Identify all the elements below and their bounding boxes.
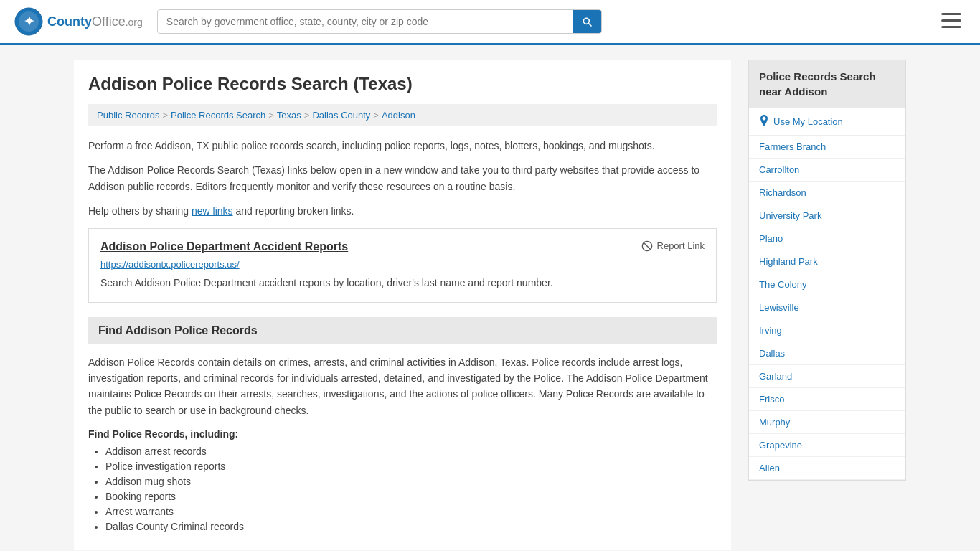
description-3: Help others by sharing new links and rep… [88, 203, 717, 219]
breadcrumb-police-records-search[interactable]: Police Records Search [171, 110, 265, 121]
svg-rect-3 [941, 13, 961, 15]
search-bar [157, 9, 602, 34]
report-icon [641, 240, 653, 252]
breadcrumb-sep-3: > [304, 110, 310, 121]
logo-icon: ✦ [14, 7, 43, 36]
description-3-post: and reporting broken links. [233, 205, 354, 217]
sidebar-link[interactable]: Farmers Branch [749, 136, 905, 159]
list-item: Booking reports [105, 491, 717, 502]
sidebar-link[interactable]: Garland [749, 365, 905, 388]
breadcrumb: Public Records > Police Records Search >… [88, 104, 717, 126]
sidebar-link[interactable]: Allen [749, 457, 905, 480]
link-card-description: Search Addison Police Department acciden… [100, 276, 705, 291]
sidebar-link[interactable]: Carrollton [749, 159, 905, 182]
sidebar-link[interactable]: Dallas [749, 342, 905, 365]
breadcrumb-sep-2: > [268, 110, 274, 121]
breadcrumb-sep-4: > [373, 110, 379, 121]
sidebar-link[interactable]: Richardson [749, 182, 905, 204]
sidebar-link[interactable]: Highland Park [749, 250, 905, 273]
sidebar-link[interactable]: Lewisville [749, 296, 905, 319]
search-input[interactable] [158, 10, 573, 33]
find-records-section-header: Find Addison Police Records [88, 317, 717, 344]
logo-text: CountyOffice.org [47, 14, 143, 29]
location-pin-icon [759, 115, 769, 128]
new-links[interactable]: new links [192, 205, 233, 217]
sidebar-link[interactable]: Irving [749, 319, 905, 342]
use-my-location[interactable]: Use My Location [749, 108, 905, 136]
sidebar-link[interactable]: University Park [749, 204, 905, 227]
svg-rect-4 [941, 19, 961, 22]
breadcrumb-texas[interactable]: Texas [277, 110, 301, 121]
description-3-pre: Help others by sharing [88, 205, 192, 217]
list-item: Dallas County Criminal records [105, 521, 717, 532]
description-1: Perform a free Addison, TX public police… [88, 138, 717, 154]
records-list: Addison arrest recordsPolice investigati… [88, 446, 717, 532]
breadcrumb-dallas-county[interactable]: Dallas County [312, 110, 370, 121]
link-card: Addison Police Department Accident Repor… [88, 228, 717, 303]
list-item: Addison arrest records [105, 446, 717, 457]
list-item: Addison mug shots [105, 476, 717, 487]
report-link-button[interactable]: Report Link [641, 240, 705, 252]
sidebar-links: Farmers BranchCarrolltonRichardsonUniver… [749, 136, 905, 480]
search-button[interactable] [573, 10, 601, 33]
breadcrumb-sep-1: > [162, 110, 168, 121]
list-item: Arrest warrants [105, 506, 717, 517]
use-my-location-label: Use My Location [773, 116, 843, 127]
breadcrumb-addison[interactable]: Addison [382, 110, 415, 121]
hamburger-icon [941, 13, 961, 29]
find-including-label: Find Police Records, including: [88, 428, 717, 440]
sidebar: Police Records Search near Addison Use M… [748, 60, 906, 550]
sidebar-title: Police Records Search near Addison [749, 60, 905, 108]
sidebar-link[interactable]: Plano [749, 227, 905, 250]
svg-line-7 [644, 242, 650, 249]
search-icon [581, 16, 593, 27]
logo[interactable]: ✦ CountyOffice.org [14, 7, 143, 36]
link-card-url[interactable]: https://addisontx.policereports.us/ [100, 259, 705, 270]
link-card-title[interactable]: Addison Police Department Accident Repor… [100, 240, 348, 253]
description-2: The Addison Police Records Search (Texas… [88, 162, 717, 194]
find-records-description: Addison Police Records contain details o… [88, 354, 717, 419]
sidebar-link[interactable]: Murphy [749, 411, 905, 434]
sidebar-link[interactable]: Frisco [749, 388, 905, 411]
sidebar-link[interactable]: Grapevine [749, 434, 905, 457]
svg-rect-5 [941, 26, 961, 28]
svg-text:✦: ✦ [24, 14, 34, 29]
list-item: Police investigation reports [105, 461, 717, 472]
sidebar-link[interactable]: The Colony [749, 273, 905, 296]
breadcrumb-public-records[interactable]: Public Records [97, 110, 159, 121]
hamburger-menu-button[interactable] [937, 9, 966, 35]
page-title: Addison Police Records Search (Texas) [88, 74, 717, 94]
